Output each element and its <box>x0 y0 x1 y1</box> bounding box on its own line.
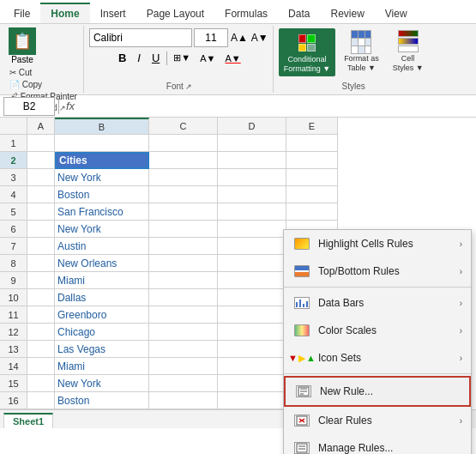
cell-5c[interactable] <box>149 203 218 221</box>
cell-12c[interactable] <box>149 324 218 341</box>
font-shrink-button[interactable]: A▼ <box>250 31 269 45</box>
cell-6c[interactable] <box>149 221 218 238</box>
cell-15b[interactable]: New York <box>55 375 149 392</box>
fill-color-button[interactable]: A▼ <box>196 51 219 65</box>
col-header-d[interactable]: D <box>218 118 286 135</box>
cell-11d[interactable] <box>218 306 286 324</box>
cell-4c[interactable] <box>149 186 218 203</box>
cell-12b[interactable]: Chicago <box>55 324 149 341</box>
border-button[interactable]: ⊞▼ <box>170 51 194 65</box>
cell-13c[interactable] <box>149 341 218 358</box>
tab-insert[interactable]: Insert <box>90 4 136 23</box>
menu-item-databars[interactable]: Data Bars › <box>284 289 471 317</box>
cell-14c[interactable] <box>149 358 218 375</box>
cell-7d[interactable] <box>218 238 286 255</box>
cell-2b[interactable]: Cities <box>55 152 149 169</box>
cell-4e[interactable] <box>286 186 338 203</box>
cell-1b[interactable] <box>55 135 149 152</box>
cell-8d[interactable] <box>218 255 286 272</box>
menu-item-newrule[interactable]: New Rule... <box>284 376 471 407</box>
cell-16c[interactable] <box>149 392 218 409</box>
italic-button[interactable]: I <box>133 50 145 66</box>
cell-9c[interactable] <box>149 272 218 289</box>
cell-13b[interactable]: Las Vegas <box>55 341 149 358</box>
font-color-button[interactable]: A▼ <box>221 51 244 65</box>
cell-11c[interactable] <box>149 306 218 324</box>
cell-12d[interactable] <box>218 324 286 341</box>
font-dialog-launcher[interactable]: ↗ <box>185 82 192 91</box>
menu-item-managerules[interactable]: Manage Rules... <box>284 434 471 454</box>
cell-2d[interactable] <box>218 152 286 169</box>
tab-page-layout[interactable]: Page Layout <box>136 4 214 23</box>
cell-10b[interactable]: Dallas <box>55 289 149 306</box>
cell-3e[interactable] <box>286 169 338 186</box>
conditional-formatting-button[interactable]: ConditionalFormatting ▼ <box>279 28 335 76</box>
cell-5e[interactable] <box>286 203 338 221</box>
col-header-b[interactable]: B <box>55 118 149 135</box>
cell-8a[interactable] <box>27 255 55 272</box>
cut-button[interactable]: ✂ Cut <box>7 67 34 78</box>
cell-13d[interactable] <box>218 341 286 358</box>
paste-button[interactable]: 📋 Paste <box>7 26 38 66</box>
tab-review[interactable]: Review <box>320 4 374 23</box>
cell-14d[interactable] <box>218 358 286 375</box>
bold-button[interactable]: B <box>114 50 130 66</box>
cell-15c[interactable] <box>149 375 218 392</box>
cell-16b[interactable]: Boston <box>55 392 149 409</box>
cell-2e[interactable] <box>286 152 338 169</box>
cell-8c[interactable] <box>149 255 218 272</box>
cell-10d[interactable] <box>218 289 286 306</box>
cell-3c[interactable] <box>149 169 218 186</box>
cell-7c[interactable] <box>149 238 218 255</box>
cell-16d[interactable] <box>218 392 286 409</box>
menu-item-highlight[interactable]: Highlight Cells Rules › <box>284 230 471 257</box>
cell-1a[interactable] <box>27 135 55 152</box>
format-table-button[interactable]: Format asTable ▼ <box>339 28 384 75</box>
col-header-a[interactable]: A <box>27 118 55 135</box>
menu-item-iconsets[interactable]: ▼ ▶ ▲ Icon Sets › <box>284 344 471 372</box>
sheet-tab-1[interactable]: Sheet1 <box>3 413 53 428</box>
cell-styles-button[interactable]: CellStyles ▼ <box>388 28 429 75</box>
font-name-input[interactable] <box>89 28 192 47</box>
cell-10c[interactable] <box>149 289 218 306</box>
menu-item-colorscales[interactable]: Color Scales › <box>284 317 471 344</box>
cell-7b[interactable]: Austin <box>55 238 149 255</box>
cell-1d[interactable] <box>218 135 286 152</box>
col-header-e[interactable]: E <box>286 118 338 135</box>
tab-file[interactable]: File <box>3 4 40 23</box>
cell-9b[interactable]: Miami <box>55 272 149 289</box>
cell-14b[interactable]: Miami <box>55 358 149 375</box>
cell-7a[interactable] <box>27 238 55 255</box>
cell-3d[interactable] <box>218 169 286 186</box>
cell-4a[interactable] <box>27 186 55 203</box>
cell-1e[interactable] <box>286 135 338 152</box>
tab-home[interactable]: Home <box>40 3 89 23</box>
cell-14a[interactable] <box>27 358 55 375</box>
cell-11a[interactable] <box>27 306 55 324</box>
cell-9a[interactable] <box>27 272 55 289</box>
copy-button[interactable]: 📄 Copy <box>7 79 45 90</box>
menu-item-clearrules[interactable]: Clear Rules › <box>284 407 471 434</box>
cell-4d[interactable] <box>218 186 286 203</box>
tab-data[interactable]: Data <box>278 4 320 23</box>
cell-3a[interactable] <box>27 169 55 186</box>
font-size-input[interactable] <box>194 28 228 47</box>
cell-2c[interactable] <box>149 152 218 169</box>
cell-4b[interactable]: Boston <box>55 186 149 203</box>
cell-6d[interactable] <box>218 221 286 238</box>
cell-15d[interactable] <box>218 375 286 392</box>
font-grow-button[interactable]: A▲ <box>230 31 249 45</box>
cell-5d[interactable] <box>218 203 286 221</box>
cell-15a[interactable] <box>27 375 55 392</box>
cell-12a[interactable] <box>27 324 55 341</box>
cell-11b[interactable]: Greenboro <box>55 306 149 324</box>
underline-button[interactable]: U <box>148 50 164 66</box>
cell-5a[interactable] <box>27 203 55 221</box>
cell-16a[interactable] <box>27 392 55 409</box>
formula-input[interactable] <box>81 97 473 116</box>
cell-2a[interactable] <box>27 152 55 169</box>
cell-6a[interactable] <box>27 221 55 238</box>
cell-9d[interactable] <box>218 272 286 289</box>
cell-1c[interactable] <box>149 135 218 152</box>
tab-formulas[interactable]: Formulas <box>214 4 278 23</box>
